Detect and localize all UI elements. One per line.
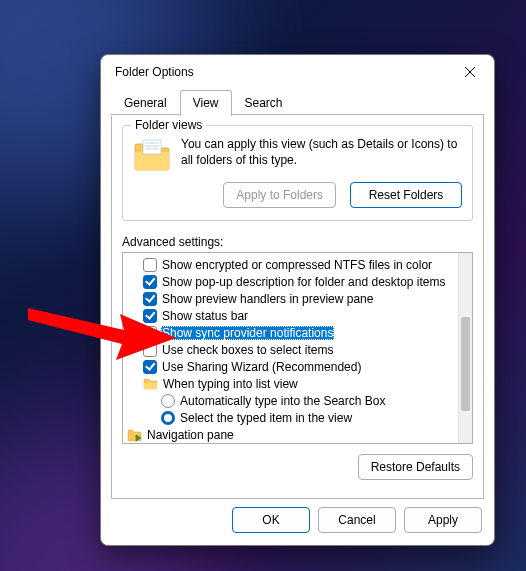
folder-views-group: Folder views You can apply this view (su…	[122, 125, 473, 221]
tab-panel-view: Folder views You can apply this view (su…	[111, 115, 484, 499]
folder-icon	[143, 377, 158, 390]
scrollbar[interactable]	[458, 253, 472, 443]
checkbox-checked-icon[interactable]	[143, 309, 157, 323]
checkbox-unchecked-icon[interactable]	[143, 343, 157, 357]
tabstrip: General View Search	[101, 89, 494, 115]
setting-sharing[interactable]: Use Sharing Wizard (Recommended)	[125, 358, 470, 375]
setting-auto-type[interactable]: Automatically type into the Search Box	[125, 392, 470, 409]
close-button[interactable]	[450, 59, 490, 85]
titlebar: Folder Options	[101, 55, 494, 89]
radio-unselected-icon[interactable]	[161, 394, 175, 408]
ok-button[interactable]: OK	[232, 507, 310, 533]
setting-sync-provider[interactable]: Show sync provider notifications	[125, 324, 470, 341]
advanced-settings-tree[interactable]: Show encrypted or compressed NTFS files …	[122, 252, 473, 444]
folder-views-text: You can apply this view (such as Details…	[181, 136, 462, 172]
tab-view[interactable]: View	[180, 90, 232, 116]
setting-select-typed[interactable]: Select the typed item in the view	[125, 409, 470, 426]
dialog-title: Folder Options	[115, 65, 450, 79]
restore-defaults-button[interactable]: Restore Defaults	[358, 454, 473, 480]
checkbox-checked-icon[interactable]	[143, 275, 157, 289]
setting-nav-pane-group[interactable]: Navigation pane	[125, 426, 470, 443]
dialog-button-row: OK Cancel Apply	[101, 507, 494, 545]
reset-folders-button[interactable]: Reset Folders	[350, 182, 462, 208]
checkbox-unchecked-icon[interactable]	[143, 326, 157, 340]
setting-preview[interactable]: Show preview handlers in preview pane	[125, 290, 470, 307]
checkbox-checked-icon[interactable]	[143, 360, 157, 374]
svg-rect-0	[143, 140, 161, 154]
navigation-pane-icon	[127, 428, 142, 442]
checkbox-unchecked-icon[interactable]	[143, 258, 157, 272]
folder-options-dialog: Folder Options General View Search Folde…	[100, 54, 495, 546]
apply-button[interactable]: Apply	[404, 507, 482, 533]
setting-typing-group[interactable]: When typing into list view	[125, 375, 470, 392]
radio-selected-icon[interactable]	[161, 411, 175, 425]
folder-views-title: Folder views	[131, 118, 206, 132]
checkbox-checked-icon[interactable]	[143, 292, 157, 306]
setting-checkboxes[interactable]: Use check boxes to select items	[125, 341, 470, 358]
close-icon	[464, 66, 476, 78]
cancel-button[interactable]: Cancel	[318, 507, 396, 533]
scrollbar-thumb[interactable]	[461, 317, 470, 411]
advanced-settings-label: Advanced settings:	[122, 235, 473, 249]
setting-encrypted[interactable]: Show encrypted or compressed NTFS files …	[125, 256, 470, 273]
folder-icon	[133, 138, 171, 172]
setting-availability[interactable]: Always show availability status	[125, 443, 470, 444]
tab-general[interactable]: General	[111, 90, 180, 116]
tab-search[interactable]: Search	[232, 90, 296, 116]
setting-popup[interactable]: Show pop-up description for folder and d…	[125, 273, 470, 290]
apply-to-folders-button[interactable]: Apply to Folders	[223, 182, 336, 208]
setting-statusbar[interactable]: Show status bar	[125, 307, 470, 324]
